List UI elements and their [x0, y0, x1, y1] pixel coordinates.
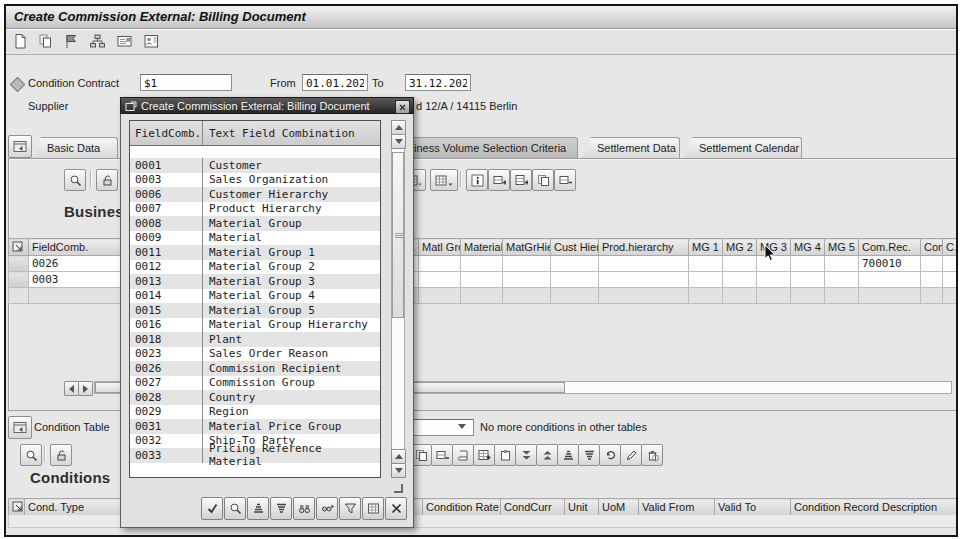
sort-descending-button[interactable]: [270, 497, 292, 520]
row-text[interactable]: Customer Hierarchy: [202, 187, 380, 202]
row-text[interactable]: Product Hierarchy: [202, 202, 380, 217]
row-text[interactable]: Commission Group: [202, 376, 380, 391]
column-header[interactable]: FieldComb.: [29, 239, 121, 256]
search-button[interactable]: [64, 169, 86, 191]
column-header[interactable]: CondCurr: [501, 499, 565, 516]
row-code[interactable]: 0026: [130, 362, 202, 375]
com-rec-cell[interactable]: 700010: [859, 256, 921, 272]
search-button[interactable]: [224, 497, 246, 520]
field-combination-row[interactable]: 0007 Product Hierarchy: [130, 202, 380, 217]
field-combination-row[interactable]: 0006 Customer Hierarchy: [130, 187, 380, 202]
column-header[interactable]: C…: [943, 239, 959, 256]
cell[interactable]: [503, 272, 551, 288]
cell[interactable]: [757, 272, 791, 288]
field-combination-row[interactable]: 0033 Pricing Reference Material: [130, 448, 380, 463]
cell[interactable]: [461, 272, 503, 288]
field-combination-row[interactable]: 0026 Commission Recipient: [130, 361, 380, 376]
info-button[interactable]: [466, 169, 488, 191]
move-up-button[interactable]: [536, 444, 558, 466]
scroll-left-button[interactable]: [64, 381, 79, 396]
scroll-up-icon[interactable]: [391, 120, 406, 135]
field-combination-row[interactable]: 0027 Commission Group: [130, 376, 380, 391]
column-header[interactable]: Prod.hierarchy: [599, 239, 689, 256]
scroll-up-icon[interactable]: [391, 449, 406, 464]
field-combination-row[interactable]: 0003 Sales Organization: [130, 173, 380, 188]
scroll-down-icon[interactable]: [391, 463, 406, 478]
row-selector[interactable]: [9, 256, 29, 272]
insert-with-reference-button[interactable]: [473, 444, 495, 466]
column-header[interactable]: MG 5: [825, 239, 859, 256]
cell[interactable]: [689, 272, 723, 288]
details-card-icon[interactable]: [116, 33, 133, 50]
field-combination-row[interactable]: 0013 Material Group 3: [130, 274, 380, 289]
select-all-button[interactable]: [9, 239, 29, 256]
collapse-header-button[interactable]: [8, 135, 32, 158]
fieldcomb-column-header[interactable]: FieldComb.: [130, 127, 202, 140]
row-text[interactable]: Material: [202, 231, 380, 246]
unlock-button[interactable]: [96, 169, 118, 191]
filter-button[interactable]: [578, 444, 600, 466]
row-code[interactable]: 0007: [130, 202, 202, 215]
insert-row-button[interactable]: [488, 169, 510, 191]
row-code[interactable]: 0023: [130, 347, 202, 360]
cell[interactable]: [599, 272, 689, 288]
row-code[interactable]: 0031: [130, 420, 202, 433]
column-header[interactable]: Condition Record Description: [791, 499, 959, 516]
row-code[interactable]: 0001: [130, 159, 202, 172]
cell[interactable]: [503, 256, 551, 272]
cell[interactable]: [599, 256, 689, 272]
row-code[interactable]: 0033: [130, 449, 202, 462]
cell[interactable]: [921, 256, 943, 272]
sort-ascending-button[interactable]: [247, 497, 269, 520]
search-button[interactable]: [20, 444, 42, 466]
field-combination-row[interactable]: 0031 Material Price Group: [130, 419, 380, 434]
column-header[interactable]: Unit: [565, 499, 599, 516]
clipboard-button[interactable]: [494, 444, 516, 466]
tab-basic-data[interactable]: Basic Data: [32, 137, 118, 159]
find-binoculars-button[interactable]: [293, 497, 315, 520]
column-header[interactable]: Cust Hier: [551, 239, 599, 256]
column-header[interactable]: MG 1: [689, 239, 723, 256]
cell[interactable]: [723, 256, 757, 272]
undo-button[interactable]: [599, 444, 621, 466]
column-header[interactable]: Cond. Type: [25, 499, 123, 516]
scrollbar-thumb[interactable]: [392, 152, 404, 318]
column-header[interactable]: Com.Rec.: [859, 239, 921, 256]
table-settings-menu-button[interactable]: [430, 169, 458, 191]
cell[interactable]: [825, 272, 859, 288]
row-code[interactable]: 0016: [130, 318, 202, 331]
row-text[interactable]: Material Price Group: [202, 419, 380, 434]
cell[interactable]: [551, 272, 599, 288]
select-all-button[interactable]: [9, 499, 25, 516]
field-combination-row[interactable]: 0001 Customer: [130, 158, 380, 173]
field-combination-row[interactable]: 0009 Material: [130, 231, 380, 246]
field-combination-row[interactable]: 0008 Material Group: [130, 216, 380, 231]
row-text[interactable]: Material Group 1: [202, 245, 380, 260]
unlock-button[interactable]: [50, 444, 72, 466]
tab-settlement-calendar[interactable]: Settlement Calendar: [684, 137, 802, 159]
row-text[interactable]: Plant: [202, 332, 380, 347]
column-header[interactable]: Valid To: [715, 499, 791, 516]
find-next-button[interactable]: [316, 497, 338, 520]
row-code[interactable]: 0032: [130, 434, 202, 447]
new-document-icon[interactable]: [12, 33, 29, 50]
cell[interactable]: [791, 272, 825, 288]
scroll-right-button[interactable]: [78, 381, 93, 396]
close-icon[interactable]: [395, 100, 410, 114]
row-text[interactable]: Material Group 2: [202, 260, 380, 275]
field-combination-row[interactable]: 0012 Material Group 2: [130, 260, 380, 275]
cell[interactable]: [689, 256, 723, 272]
delete-with-reference-button[interactable]: [641, 444, 663, 466]
row-code[interactable]: 0018: [130, 333, 202, 346]
row-text[interactable]: Country: [202, 390, 380, 405]
column-header[interactable]: MatGrHier: [503, 239, 551, 256]
cell[interactable]: [551, 256, 599, 272]
cell[interactable]: [723, 272, 757, 288]
cell[interactable]: [825, 256, 859, 272]
row-code[interactable]: 0028: [130, 391, 202, 404]
row-code[interactable]: 0008: [130, 217, 202, 230]
row-code[interactable]: 0011: [130, 246, 202, 259]
scroll-down-icon[interactable]: [391, 134, 406, 149]
valid-from-input[interactable]: [302, 74, 368, 91]
column-header[interactable]: Condition Rate: [423, 499, 501, 516]
